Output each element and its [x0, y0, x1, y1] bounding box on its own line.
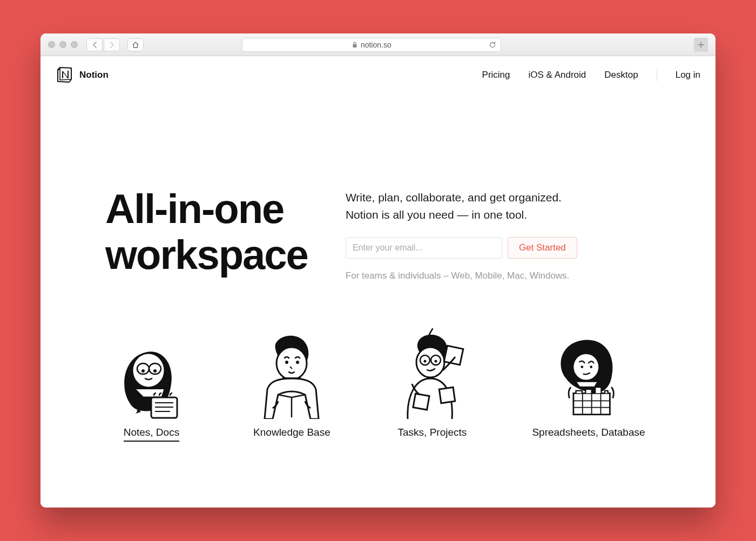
browser-window: notion.so Notion Pricing — [40, 33, 716, 508]
svg-point-15 — [435, 360, 437, 363]
plus-icon — [698, 42, 704, 48]
feature-label: Tasks, Projects — [398, 427, 467, 441]
nav-link-mobile[interactable]: iOS & Android — [529, 70, 586, 80]
email-input[interactable] — [346, 237, 502, 259]
hero-headline-block: All-in-one workspace — [105, 186, 308, 278]
hero-title-line1: All-in-one — [105, 186, 284, 232]
back-button[interactable] — [86, 38, 103, 51]
platforms-text: For teams & individuals – Web, Mobile, M… — [346, 270, 651, 281]
person-filing-box-illustration — [548, 324, 629, 419]
chevron-left-icon — [92, 42, 97, 48]
url-bar[interactable]: notion.so — [242, 38, 501, 52]
feature-knowledge-base[interactable]: Knowledge Base — [251, 324, 332, 442]
feature-label: Knowledge Base — [253, 427, 330, 441]
hero-subtitle: Write, plan, collaborate, and get organi… — [346, 189, 651, 223]
reload-icon — [489, 41, 496, 49]
nav-button-group — [86, 38, 120, 51]
svg-point-9 — [296, 361, 299, 364]
person-notepad-illustration — [111, 324, 192, 419]
notion-logo-icon — [56, 66, 74, 84]
window-zoom-button[interactable] — [71, 41, 78, 48]
feature-label: Spreadsheets, Database — [532, 427, 645, 441]
svg-point-4 — [141, 369, 145, 373]
svg-point-21 — [590, 366, 592, 368]
hero-subtitle-line2: Notion is all you need — in one tool. — [346, 208, 527, 221]
new-tab-button[interactable] — [694, 38, 708, 52]
reload-button[interactable] — [489, 41, 496, 49]
svg-rect-18 — [413, 394, 429, 410]
nav-link-pricing[interactable]: Pricing — [482, 70, 510, 80]
home-icon — [132, 41, 139, 49]
nav-divider — [657, 69, 657, 81]
hero-subtitle-line1: Write, plan, collaborate, and get organi… — [346, 191, 562, 204]
feature-label: Notes, Docs — [124, 427, 179, 442]
window-close-button[interactable] — [48, 41, 55, 48]
hero-copy-block: Write, plan, collaborate, and get organi… — [346, 186, 651, 281]
nav-link-desktop[interactable]: Desktop — [604, 70, 638, 80]
page-content: Notion Pricing iOS & Android Desktop Log… — [40, 56, 716, 508]
brand[interactable]: Notion — [56, 66, 109, 84]
svg-point-20 — [580, 366, 583, 368]
get-started-button[interactable]: Get Started — [508, 237, 577, 259]
feature-tasks-projects[interactable]: Tasks, Projects — [392, 324, 473, 442]
lock-icon — [352, 42, 357, 48]
feature-notes-docs[interactable]: Notes, Docs — [111, 324, 192, 442]
signup-row: Get Started — [346, 237, 651, 259]
svg-point-8 — [285, 361, 288, 364]
login-link[interactable]: Log in — [676, 70, 700, 80]
window-minimize-button[interactable] — [59, 41, 66, 48]
svg-point-5 — [153, 369, 157, 373]
feature-spreadsheets-database[interactable]: Spreadsheets, Database — [532, 324, 645, 442]
svg-point-7 — [276, 347, 307, 380]
svg-rect-0 — [353, 44, 356, 48]
browser-chrome: notion.so — [40, 33, 716, 56]
svg-rect-16 — [444, 346, 464, 365]
features-row: Notes, Docs — [40, 303, 716, 442]
person-reading-illustration — [251, 324, 332, 419]
hero-title: All-in-one workspace — [105, 186, 308, 278]
url-host-text: notion.so — [361, 40, 392, 49]
hero-section: All-in-one workspace Write, plan, collab… — [40, 94, 716, 303]
forward-button[interactable] — [104, 38, 120, 51]
traffic-lights — [48, 41, 78, 48]
person-sticky-notes-illustration — [392, 324, 473, 419]
svg-point-14 — [424, 360, 427, 363]
svg-rect-17 — [440, 387, 455, 403]
svg-point-19 — [573, 353, 599, 381]
hero-title-line2: workspace — [105, 232, 308, 278]
site-header: Notion Pricing iOS & Android Desktop Log… — [40, 56, 716, 94]
home-button[interactable] — [127, 38, 144, 51]
header-nav: Pricing iOS & Android Desktop Log in — [482, 69, 700, 81]
chevron-right-icon — [110, 42, 114, 48]
brand-name: Notion — [79, 70, 109, 80]
